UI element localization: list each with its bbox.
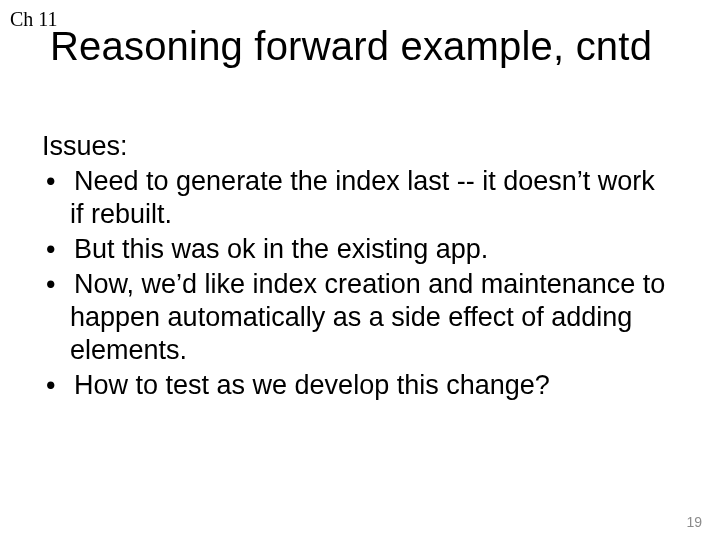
list-item: How to test as we develop this change? bbox=[42, 369, 670, 402]
content-area: Issues: Need to generate the index last … bbox=[42, 130, 670, 404]
bullet-list: Need to generate the index last -- it do… bbox=[42, 165, 670, 402]
list-item: But this was ok in the existing app. bbox=[42, 233, 670, 266]
page-title: Reasoning forward example, cntd bbox=[50, 24, 652, 69]
list-item: Need to generate the index last -- it do… bbox=[42, 165, 670, 231]
list-item: Now, we’d like index creation and mainte… bbox=[42, 268, 670, 367]
page-number: 19 bbox=[686, 514, 702, 530]
issues-heading: Issues: bbox=[42, 130, 670, 163]
